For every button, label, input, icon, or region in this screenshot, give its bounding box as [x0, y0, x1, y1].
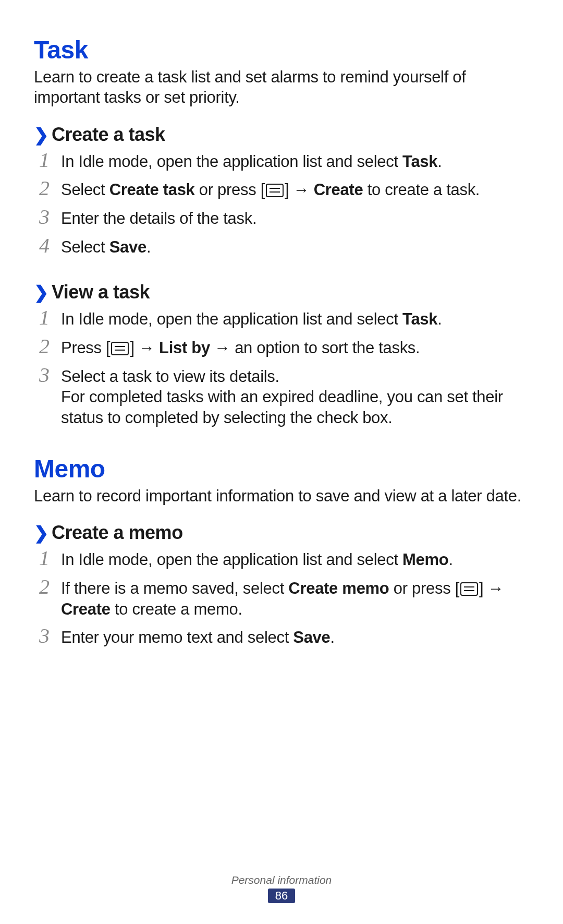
step-number: 1: [37, 307, 52, 328]
step-number: 4: [37, 235, 52, 256]
step-number: 3: [37, 626, 52, 646]
step-item: 3 Enter your memo text and select Save.: [37, 626, 529, 648]
step-item: 4 Select Save.: [37, 235, 529, 258]
step-item: 1 In Idle mode, open the application lis…: [37, 150, 529, 172]
chevron-icon: ❯: [34, 524, 48, 542]
step-text: Select Save.: [61, 237, 151, 258]
section-intro-task: Learn to create a task list and set alar…: [34, 67, 529, 108]
subsection-title: Create a task: [52, 124, 165, 146]
subsection-header-create-task: ❯ Create a task: [34, 124, 529, 146]
section-intro-memo: Learn to record important information to…: [34, 486, 529, 507]
page-footer: Personal information 86: [0, 874, 563, 903]
step-item: 2 If there is a memo saved, select Creat…: [37, 577, 529, 619]
subsection-header-create-memo: ❯ Create a memo: [34, 522, 529, 544]
subsection-header-view-task: ❯ View a task: [34, 281, 529, 303]
step-item: 2 Select Create task or press [] → Creat…: [37, 178, 529, 200]
step-item: 1 In Idle mode, open the application lis…: [37, 307, 529, 330]
step-number: 3: [37, 207, 52, 227]
section-title-task: Task: [34, 35, 529, 64]
menu-icon: [266, 184, 284, 197]
step-number: 1: [37, 548, 52, 569]
menu-icon: [111, 342, 129, 355]
step-text: Select Create task or press [] → Create …: [61, 179, 480, 200]
step-item: 2 Press [] → List by → an option to sort…: [37, 336, 529, 358]
section-task: Task Learn to create a task list and set…: [34, 35, 529, 428]
step-text: Press [] → List by → an option to sort t…: [61, 338, 420, 358]
steps-list: 1 In Idle mode, open the application lis…: [37, 548, 529, 648]
subsection-title: View a task: [52, 281, 150, 303]
step-number: 2: [37, 336, 52, 357]
document-page: Task Learn to create a task list and set…: [0, 0, 563, 924]
step-text: If there is a memo saved, select Create …: [61, 578, 529, 619]
step-text: In Idle mode, open the application list …: [61, 309, 442, 330]
step-item: 3 Enter the details of the task.: [37, 207, 529, 229]
step-text: In Idle mode, open the application list …: [61, 151, 442, 172]
step-text: In Idle mode, open the application list …: [61, 549, 453, 570]
step-item: 1 In Idle mode, open the application lis…: [37, 548, 529, 570]
step-number: 1: [37, 150, 52, 171]
footer-section-name: Personal information: [0, 874, 563, 886]
step-number: 2: [37, 577, 52, 597]
chevron-icon: ❯: [34, 283, 48, 301]
section-title-memo: Memo: [34, 454, 529, 483]
page-number: 86: [268, 889, 295, 903]
steps-list: 1 In Idle mode, open the application lis…: [37, 307, 529, 428]
step-number: 2: [37, 178, 52, 199]
chevron-icon: ❯: [34, 126, 48, 143]
steps-list: 1 In Idle mode, open the application lis…: [37, 150, 529, 258]
section-memo: Memo Learn to record important informati…: [34, 454, 529, 648]
step-text: Enter the details of the task.: [61, 208, 256, 229]
subsection-title: Create a memo: [52, 522, 183, 544]
step-item: 3 Select a task to view its details.For …: [37, 365, 529, 428]
step-number: 3: [37, 365, 52, 386]
menu-icon: [460, 582, 478, 596]
step-text: Enter your memo text and select Save.: [61, 627, 335, 648]
step-text: Select a task to view its details.For co…: [61, 366, 529, 428]
